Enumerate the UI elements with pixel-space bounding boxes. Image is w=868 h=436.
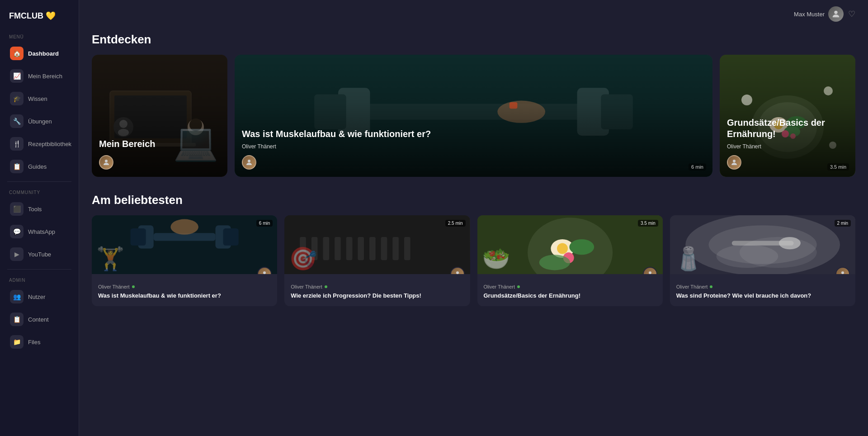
popular-card-2-duration: 2.5 min: [445, 220, 466, 227]
guides-icon: 📋: [10, 160, 24, 173]
sidebar-item-label: Wissen: [28, 95, 47, 102]
svg-point-58: [557, 243, 568, 254]
svg-point-10: [105, 160, 108, 162]
svg-point-59: [569, 239, 594, 255]
popular-card-4[interactable]: 2 min Oliver Thänert Was sind Proteine? …: [670, 215, 855, 306]
popular-card-2-author-row: Oliver Thänert: [291, 284, 463, 289]
featured-card-1-avatar: [99, 155, 113, 170]
rezept-icon: 🍴: [10, 137, 24, 151]
popular-card-1-body: Oliver Thänert Was ist Muskelaufbau & wi…: [92, 274, 277, 306]
popular-card-2[interactable]: 2.5 min Oliver Thänert Wie erziele ich P…: [284, 215, 470, 306]
sidebar-item-label: WhatsApp: [28, 228, 55, 235]
popular-card-3-author: Oliver Thänert: [484, 284, 515, 289]
popular-card-1-duration: 6 min: [256, 220, 273, 227]
username-label: Max Muster: [794, 11, 825, 18]
sidebar-item-tools[interactable]: ⬛ Tools: [4, 198, 75, 220]
popular-card-1-author-row: Oliver Thänert: [98, 284, 271, 289]
svg-rect-47: [335, 237, 341, 260]
popular-card-1[interactable]: 6 min Oliver Thänert Was ist Muskelaufba…: [92, 215, 277, 306]
sidebar-item-content[interactable]: 📋 Content: [4, 308, 75, 330]
popular-card-2-body: Oliver Thänert Wie erziele ich Progressi…: [284, 274, 470, 306]
whatsapp-icon: 💬: [10, 225, 24, 238]
main-area: Max Muster ♡ Entdecken: [79, 0, 868, 436]
popular-card-3[interactable]: 3.5 min Oliver Thänert Grundsätze/Basics…: [477, 215, 663, 306]
sidebar-item-label: Nutzer: [28, 294, 45, 300]
featured-card-2-author: Oliver Thänert: [242, 143, 705, 150]
author-online-dot-3: [517, 285, 520, 288]
favorites-button[interactable]: ♡: [848, 9, 855, 19]
page-content: Entdecken: [79, 28, 868, 321]
author-online-dot-2: [325, 285, 327, 288]
community-section-label: Community: [0, 187, 79, 198]
sidebar-item-guides[interactable]: 📋 Guides: [4, 156, 75, 177]
popular-card-4-author-row: Oliver Thänert: [676, 284, 849, 289]
featured-card-2-avatar: [242, 155, 256, 170]
sidebar-item-label: Files: [28, 339, 40, 346]
featured-card-3[interactable]: Grundsätze/Basics der Ernährung! Oliver …: [720, 55, 855, 177]
sidebar-item-label: Content: [28, 316, 49, 323]
svg-rect-53: [404, 237, 410, 260]
featured-card-1[interactable]: Mein Bereich: [92, 55, 227, 177]
popular-card-1-image: 6 min: [92, 215, 277, 274]
popular-card-4-title: Was sind Proteine? Wie viel brauche ich …: [676, 292, 849, 300]
sidebar-item-label: Tools: [28, 206, 42, 213]
svg-rect-48: [346, 237, 353, 260]
popular-card-4-bg: [670, 215, 855, 274]
featured-card-1-title: Mein Bereich: [99, 138, 220, 150]
popular-card-3-bg: [477, 215, 663, 274]
featured-card-3-author: Oliver Thänert: [727, 143, 848, 150]
svg-point-70: [841, 271, 844, 274]
popular-card-3-author-row: Oliver Thänert: [484, 284, 656, 289]
sidebar-divider-1: [7, 181, 71, 182]
files-icon: 📁: [10, 335, 24, 349]
app-logo: FMCLUB 💛: [0, 7, 79, 30]
featured-card-3-duration: 3.5 min: [827, 163, 849, 171]
featured-card-2-duration: 6 min: [689, 163, 706, 171]
svg-point-34: [733, 160, 736, 162]
sidebar-item-mein-bereich[interactable]: 📈 Mein Bereich: [4, 65, 75, 87]
popular-card-1-bg: [92, 215, 277, 274]
popular-card-4-image: 2 min: [670, 215, 855, 274]
topbar: Max Muster ♡: [79, 0, 868, 28]
featured-card-3-title: Grundsätze/Basics der Ernährung!: [727, 117, 848, 140]
featured-card-1-content: Mein Bereich: [92, 55, 227, 177]
author-online-dot: [132, 285, 135, 288]
sidebar-item-label: Mein Bereich: [28, 73, 62, 80]
popular-card-3-duration: 3.5 min: [638, 220, 658, 227]
sidebar-item-dashboard[interactable]: 🏠 Dashboard: [4, 43, 75, 64]
popular-card-3-image: 3.5 min: [477, 215, 663, 274]
svg-rect-46: [323, 237, 330, 260]
sidebar-item-whatsapp[interactable]: 💬 WhatsApp: [4, 221, 75, 242]
menu-section-label: Menü: [0, 32, 79, 42]
featured-card-3-avatar: [727, 155, 741, 170]
sidebar-item-label: YouTube: [28, 251, 51, 258]
svg-rect-44: [300, 237, 306, 260]
sidebar-item-label: Übungen: [28, 118, 52, 125]
sidebar-item-uebungen[interactable]: 🔧 Übungen: [4, 110, 75, 132]
sidebar-item-wissen[interactable]: 🎓 Wissen: [4, 88, 75, 109]
featured-card-3-content: Grundsätze/Basics der Ernährung! Oliver …: [720, 55, 855, 177]
featured-card-2-title: Was ist Muskelaufbau & wie funktioniert …: [242, 128, 705, 140]
popular-card-1-title: Was ist Muskelaufbau & wie funktioniert …: [98, 292, 271, 300]
popular-card-1-author: Oliver Thänert: [98, 284, 130, 289]
svg-rect-40: [223, 228, 239, 246]
mein-bereich-icon: 📈: [10, 69, 24, 83]
svg-point-62: [649, 271, 651, 274]
svg-rect-52: [393, 237, 399, 260]
featured-cards-row: Mein Bereich: [92, 55, 855, 177]
content-icon: 📋: [10, 313, 24, 326]
sidebar-item-rezeptbibliothek[interactable]: 🍴 Rezeptbibliothek: [4, 133, 75, 155]
sidebar-item-youtube[interactable]: ▶ YouTube: [4, 243, 75, 265]
sidebar-item-label: Guides: [28, 163, 47, 170]
sidebar: FMCLUB 💛 Menü 🏠 Dashboard 📈 Mein Bereich…: [0, 0, 79, 436]
featured-card-2[interactable]: Was ist Muskelaufbau & wie funktioniert …: [235, 55, 712, 177]
entdecken-title: Entdecken: [92, 33, 855, 47]
sidebar-item-label: Dashboard: [28, 50, 59, 57]
popular-card-4-duration: 2 min: [835, 220, 851, 227]
sidebar-item-files[interactable]: 📁 Files: [4, 331, 75, 353]
admin-section-label: Admin: [0, 275, 79, 285]
sidebar-item-nutzer[interactable]: 👥 Nutzer: [4, 286, 75, 308]
user-menu[interactable]: Max Muster: [794, 6, 844, 22]
popular-cards-row: 6 min Oliver Thänert Was ist Muskelaufba…: [92, 215, 855, 306]
svg-rect-49: [358, 237, 364, 260]
